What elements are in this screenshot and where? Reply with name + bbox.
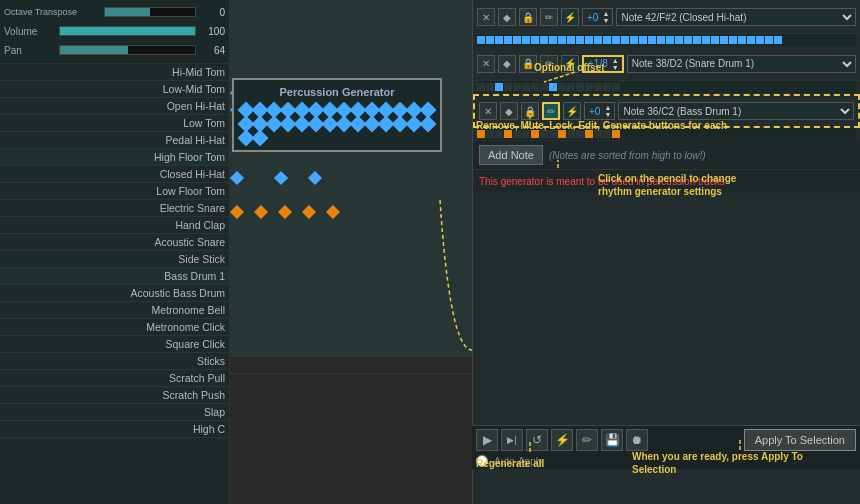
pattern-note [657,36,665,44]
drum-item-hi-mid-tom[interactable]: Hi-Mid Tom [0,64,229,81]
drum-item-slap[interactable]: Slap [0,404,229,421]
note-select-2[interactable]: Note 38/D2 (Snare Drum 1) [627,55,856,73]
drum-item-acoustic-snare[interactable]: Acoustic Snare [0,234,229,251]
remove-btn-2[interactable]: ✕ [477,55,495,73]
pattern-note-empty [603,130,611,138]
pattern-note [621,36,629,44]
pattern-note-orange [477,130,485,138]
pattern-note-orange [558,130,566,138]
offset-stepper-3[interactable]: ▲ ▼ [604,104,614,118]
pattern-note-empty [549,130,557,138]
remove-btn-1[interactable]: ✕ [477,8,495,26]
edit-btn-1[interactable]: ✏ [540,8,558,26]
drum-item-low-mid-tom[interactable]: Low-Mid Tom [0,81,229,98]
drum-item-metronome-click[interactable]: Metronome Click [0,319,229,336]
drum-item-scratch-push[interactable]: Scratch Push [0,387,229,404]
generate-btn-1[interactable]: ⚡ [561,8,579,26]
pattern-note-empty [558,83,566,91]
gen-button[interactable]: ⚡ [551,429,573,451]
pattern-note-orange [612,130,620,138]
pattern-note [540,36,548,44]
offset-field-3[interactable]: +0 ▲ ▼ [584,102,615,120]
pattern-grid [230,0,472,356]
pattern-diamond[interactable] [254,205,268,219]
pattern-diamond[interactable] [278,205,292,219]
remove-btn-3[interactable]: ✕ [479,102,497,120]
mute-btn-1[interactable]: ◆ [498,8,516,26]
loop-button[interactable]: ↺ [526,429,548,451]
note-select-3[interactable]: Note 36/C2 (Bass Drum 1) [618,102,854,120]
drum-item-acoustic-bass-drum[interactable]: Acoustic Bass Drum [0,285,229,302]
offset-stepper-1[interactable]: ▲ ▼ [602,10,612,24]
percussion-generator-popup: Percussion Generator [232,78,442,152]
pattern-note-orange [504,130,512,138]
drum-item-low-floor-tom[interactable]: Low Floor Tom [0,183,229,200]
drum-item-square-click[interactable]: Square Click [0,336,229,353]
drum-item-low-tom[interactable]: Low Tom [0,115,229,132]
pattern-note-empty [486,83,494,91]
pan-label: Pan [4,45,59,56]
popup-diamond[interactable] [252,130,269,147]
volume-label: Volume [4,26,59,37]
drum-item-closed-hi-hat[interactable]: Closed Hi-Hat [0,166,229,183]
play2-button[interactable]: ▶| [501,429,523,451]
drum-item-bass-drum-1[interactable]: Bass Drum 1 [0,268,229,285]
volume-bar-fill [60,27,195,35]
annotation-regenerate: Regenerate all [476,458,544,469]
pattern-bar-1 [477,34,856,46]
pattern-note-empty [531,83,539,91]
apply-to-selection-button[interactable]: Apply To Selection [744,429,856,451]
note-row-2: ✕ ◆ 🔒 ✏ ⚡ +1/8 ▲ ▼ Note 38/D2 (Snare Dru… [473,47,860,81]
drum-item-metronome-bell[interactable]: Metronome Bell [0,302,229,319]
note-select-1[interactable]: Note 42/F#2 (Closed Hi-hat) [616,8,856,26]
drum-item-electric-snare[interactable]: Electric Snare [0,200,229,217]
popup-diamond-grid [240,104,434,144]
record-button[interactable]: ⏺ [626,429,648,451]
add-note-button[interactable]: Add Note [479,145,543,165]
pattern-diamond[interactable] [326,205,340,219]
pattern-row-scratch-push [230,323,472,340]
lock-btn-3[interactable]: 🔒 [521,102,539,120]
mute-btn-2[interactable]: ◆ [498,55,516,73]
volume-bar [59,26,196,36]
pattern-diamond[interactable] [308,171,322,185]
pattern-note [612,36,620,44]
pattern-note [504,36,512,44]
save-button[interactable]: 💾 [601,429,623,451]
drum-item-high-c[interactable]: High C [0,421,229,438]
lock-btn-1[interactable]: 🔒 [519,8,537,26]
mute-btn-3[interactable]: ◆ [500,102,518,120]
edit-btn-3[interactable]: ✏ [542,102,560,120]
pattern-note [756,36,764,44]
pattern-diamond[interactable] [274,171,288,185]
drum-item-hand-clap[interactable]: Hand Clap [0,217,229,234]
pattern-row-metro-bell [230,238,472,255]
pattern-note [666,36,674,44]
generate-btn-3[interactable]: ⚡ [563,102,581,120]
pattern-note-empty [612,83,620,91]
pattern-note-empty [585,83,593,91]
pattern-diamond[interactable] [230,171,244,185]
pan-bar-fill [60,46,128,54]
pattern-row-open-hi-hat [230,34,472,51]
drum-item-high-floor-tom[interactable]: High Floor Tom [0,149,229,166]
pattern-diamond[interactable] [230,205,244,219]
drum-item-side-stick[interactable]: Side Stick [0,251,229,268]
pattern-note-empty [576,83,584,91]
play-button[interactable]: ▶ [476,429,498,451]
octave-bar [104,7,196,17]
drum-item-open-hi-hat[interactable]: Open Hi-Hat [0,98,229,115]
popup-diamond[interactable] [420,116,437,133]
pencil-button[interactable]: ✏ [576,429,598,451]
pattern-note [711,36,719,44]
offset-field-1[interactable]: +0 ▲ ▼ [582,8,613,26]
drum-item-pedal-hi-hat[interactable]: Pedal Hi-Hat [0,132,229,149]
pattern-note [495,83,503,91]
drum-item-sticks[interactable]: Sticks [0,353,229,370]
pattern-note-empty [603,83,611,91]
drum-item-scratch-pull[interactable]: Scratch Pull [0,370,229,387]
octave-bar-fill [105,8,150,16]
offset-stepper-2[interactable]: ▲ ▼ [612,57,622,71]
pattern-diamond[interactable] [302,205,316,219]
pattern-row-side-stick [230,187,472,204]
